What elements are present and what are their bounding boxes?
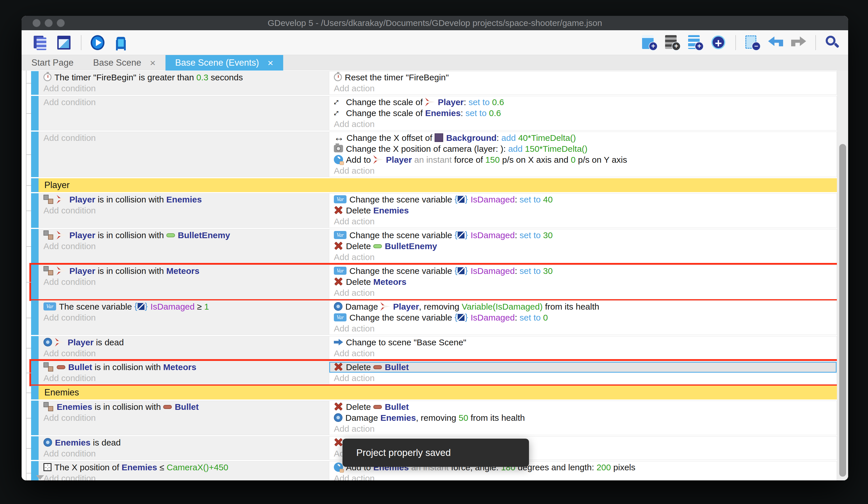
condition[interactable]: Bullet is in collision with Meteors	[39, 362, 329, 373]
add-action-button[interactable]: Add action	[329, 119, 837, 130]
event-handle[interactable]	[31, 96, 39, 130]
add-condition-button[interactable]: Add condition	[39, 83, 329, 94]
event-handle[interactable]	[31, 132, 39, 177]
condition[interactable]: The timer "FireBegin" is greater than 0.…	[39, 72, 329, 83]
add-action-button[interactable]: Add action	[329, 473, 837, 480]
add-action-button[interactable]: Add action	[329, 323, 837, 334]
add-condition-button[interactable]: Add condition	[39, 448, 329, 459]
add-condition-button[interactable]: Add condition	[39, 276, 329, 288]
event-handle[interactable]	[31, 229, 39, 263]
add-event-button[interactable]	[641, 34, 658, 51]
group-label[interactable]: Enemies	[39, 386, 837, 400]
condition[interactable]: The scene variable IsDamaged ≥ 1	[39, 301, 329, 312]
add-comment-button[interactable]	[688, 34, 704, 51]
event-row[interactable]: The scene variable IsDamaged ≥ 1Add cond…	[31, 300, 837, 335]
event-row[interactable]: Bullet is in collision with MeteorsAdd c…	[31, 361, 837, 384]
redo-button[interactable]	[790, 34, 807, 51]
traffic-light-zoom[interactable]	[57, 19, 65, 27]
event-handle[interactable]	[31, 401, 39, 435]
add-condition-button[interactable]: Add condition	[39, 132, 329, 143]
action[interactable]: Add to Player an instant force of 150 p/…	[329, 154, 837, 165]
event-row[interactable]: Add conditionChange the scale of Player:…	[31, 96, 837, 130]
project-manager-button[interactable]	[33, 34, 49, 51]
scene-editor-button[interactable]	[56, 34, 72, 51]
condition[interactable]: Player is in collision with Enemies	[39, 194, 329, 205]
tab-start-page[interactable]: Start Page	[22, 55, 83, 71]
traffic-light-minimize[interactable]	[45, 19, 53, 27]
add-condition-button[interactable]: Add condition	[39, 205, 329, 216]
undo-button[interactable]	[767, 34, 784, 51]
event-handle[interactable]	[31, 71, 39, 95]
add-condition-button[interactable]: Add condition	[39, 312, 329, 323]
condition[interactable]: Player is in collision with Meteors	[39, 265, 329, 276]
tab-close-icon[interactable]: ×	[150, 57, 156, 69]
event-row[interactable]: Player is in collision with BulletEnemyA…	[31, 229, 837, 263]
action[interactable]: Change the scale of Player: set to 0.6	[329, 97, 837, 108]
action[interactable]: Change the X position of camera (layer: …	[329, 143, 837, 154]
add-action-button[interactable]: Add action	[329, 373, 837, 384]
add-condition-button[interactable]: Add condition	[39, 348, 329, 359]
action[interactable]: Delete Bullet	[329, 362, 837, 373]
event-handle[interactable]	[31, 265, 39, 299]
condition[interactable]: Player is dead	[39, 337, 329, 348]
condition[interactable]: Enemies is in collision with Bullet	[39, 402, 329, 412]
add-condition-button[interactable]: Add condition	[39, 97, 329, 108]
scrollbar-track[interactable]	[837, 71, 848, 480]
tab-base-scene-events-[interactable]: Base Scene (Events)×	[165, 55, 283, 71]
action[interactable]: Change the scene variable IsDamaged: set…	[329, 194, 837, 205]
tab-base-scene[interactable]: Base Scene×	[83, 55, 165, 71]
action[interactable]: Change the scene variable IsDamaged: set…	[329, 265, 837, 276]
event-handle[interactable]	[31, 361, 39, 384]
event-row[interactable]: Player is in collision with MeteorsAdd c…	[31, 265, 837, 299]
group-row[interactable]: Player	[31, 178, 837, 192]
event-handle[interactable]	[31, 178, 39, 192]
event-handle[interactable]	[31, 386, 39, 400]
condition[interactable]: Enemies is dead	[39, 437, 329, 448]
group-label[interactable]: Player	[39, 178, 837, 192]
add-circle-button[interactable]	[711, 34, 727, 51]
condition[interactable]: The X position of Enemies ≤ CameraX()+45…	[39, 462, 329, 473]
add-condition-button[interactable]: Add condition	[39, 473, 329, 480]
add-condition-button[interactable]: Add condition	[39, 373, 329, 384]
action[interactable]: Change the scene variable IsDamaged: set…	[329, 230, 837, 241]
collapse-arrow-icon[interactable]	[36, 475, 44, 480]
action[interactable]: Change the X offset of Background: add 4…	[329, 132, 837, 143]
event-row[interactable]: Player is deadAdd conditionChange to sce…	[31, 336, 837, 360]
event-handle[interactable]	[31, 300, 39, 335]
add-condition-button[interactable]: Add condition	[39, 412, 329, 423]
action[interactable]: Damage Enemies, removing 50 from its hea…	[329, 412, 837, 423]
action[interactable]: Damage Player, removing Variable(IsDamag…	[329, 301, 837, 312]
add-action-button[interactable]: Add action	[329, 348, 837, 359]
add-subevent-button[interactable]	[664, 34, 681, 51]
tab-close-icon[interactable]: ×	[268, 57, 273, 69]
action[interactable]: Change the scene variable IsDamaged: set…	[329, 312, 837, 323]
event-row[interactable]: Add conditionChange the X offset of Back…	[31, 132, 837, 177]
add-action-button[interactable]: Add action	[329, 165, 837, 176]
event-handle[interactable]	[31, 336, 39, 360]
add-condition-button[interactable]: Add condition	[39, 241, 329, 252]
add-action-button[interactable]: Add action	[329, 252, 837, 263]
add-action-button[interactable]: Add action	[329, 216, 837, 227]
group-row[interactable]: Enemies	[31, 386, 837, 400]
delete-event-button[interactable]	[745, 34, 761, 51]
action[interactable]: Change to scene "Base Scene"	[329, 337, 837, 348]
action[interactable]: Delete BulletEnemy	[329, 241, 837, 252]
add-action-button[interactable]: Add action	[329, 423, 837, 434]
action[interactable]: Delete Meteors	[329, 276, 837, 288]
event-handle[interactable]	[31, 436, 39, 460]
condition[interactable]: Player is in collision with BulletEnemy	[39, 230, 329, 241]
event-row[interactable]: Player is in collision with EnemiesAdd c…	[31, 193, 837, 228]
play-button[interactable]	[90, 34, 106, 51]
event-handle[interactable]	[31, 193, 39, 228]
traffic-light-close[interactable]	[32, 19, 41, 27]
search-button[interactable]	[825, 34, 841, 51]
add-action-button[interactable]: Add action	[329, 83, 837, 94]
action[interactable]: Delete Bullet	[329, 402, 837, 412]
event-row[interactable]: Enemies is in collision with BulletAdd c…	[31, 401, 837, 435]
add-action-button[interactable]: Add action	[329, 288, 837, 299]
debug-button[interactable]	[113, 34, 129, 51]
action[interactable]: Reset the timer "FireBegin"	[329, 72, 837, 83]
event-row[interactable]: The timer "FireBegin" is greater than 0.…	[31, 71, 837, 95]
scrollbar-thumb[interactable]	[839, 144, 846, 477]
action[interactable]: Change the scale of Enemies: set to 0.6	[329, 108, 837, 119]
